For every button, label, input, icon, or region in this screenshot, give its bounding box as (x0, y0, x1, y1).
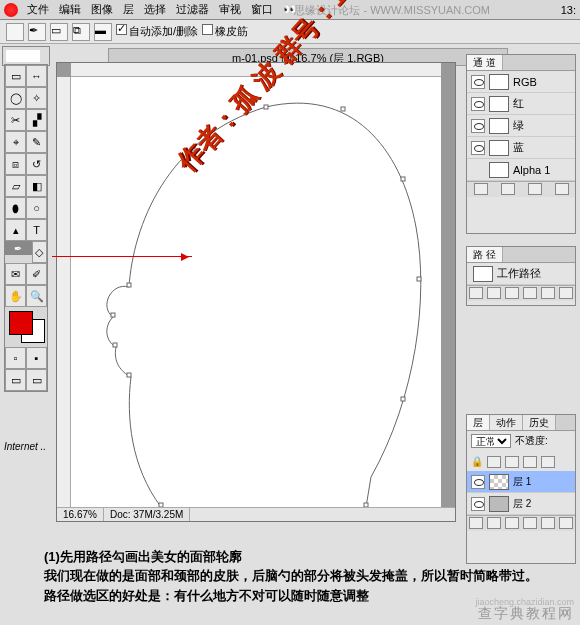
lock-pos-icon[interactable] (523, 456, 537, 468)
new-layer-icon[interactable] (541, 517, 555, 529)
svg-rect-6 (264, 105, 268, 109)
options-bar: ✒ ▭ ⧉ ▬ 自动添加/删除 橡皮筋 (0, 20, 580, 44)
path-select-tool[interactable]: ▴ (5, 219, 26, 241)
crop-tool[interactable]: ✂ (5, 109, 26, 131)
path-mode-fill-icon[interactable]: ▬ (94, 23, 112, 41)
eye-icon[interactable] (471, 119, 485, 133)
history-tab[interactable]: 历史 (523, 415, 556, 430)
rubberband-checkbox[interactable] (202, 24, 213, 35)
ruler-horizontal[interactable] (71, 63, 441, 77)
menu-edit[interactable]: 编辑 (54, 2, 86, 17)
slice-tool[interactable]: ▞ (26, 109, 47, 131)
eye-icon[interactable] (471, 497, 485, 511)
stroke-path-icon[interactable] (487, 287, 501, 299)
canvas[interactable] (71, 77, 441, 507)
pen-tool[interactable]: ✒ (5, 241, 32, 255)
airbrush-tool[interactable]: ⌖ (5, 131, 26, 153)
eye-icon[interactable] (471, 141, 485, 155)
screen-std-icon[interactable]: ▭ (5, 369, 26, 391)
trash-icon[interactable] (559, 517, 573, 529)
shape-tool[interactable]: ◇ (32, 241, 47, 263)
blur-tool[interactable]: ⬮ (5, 197, 26, 219)
actions-tab[interactable]: 动作 (490, 415, 523, 430)
eye-icon[interactable] (471, 75, 485, 89)
quickmask-off-icon[interactable]: ▫ (5, 347, 26, 369)
svg-rect-8 (401, 177, 405, 181)
path-row-work[interactable]: 工作路径 (467, 263, 575, 285)
sel-to-path-icon[interactable] (523, 287, 537, 299)
layer-row-1[interactable]: 层 1 (467, 471, 575, 493)
move-tool[interactable]: ↔ (26, 65, 47, 87)
layer-row-2[interactable]: 层 2 (467, 493, 575, 515)
layer-thumb (489, 496, 509, 512)
channel-row-rgb[interactable]: RGB (467, 71, 575, 93)
menu-filter[interactable]: 过滤器 (171, 2, 214, 17)
menu-select[interactable]: 选择 (139, 2, 171, 17)
lasso-tool[interactable]: ◯ (5, 87, 26, 109)
ruler-vertical[interactable] (57, 77, 71, 507)
quickmask-on-icon[interactable]: ▪ (26, 347, 47, 369)
new-path-icon[interactable] (541, 287, 555, 299)
channel-thumb (489, 118, 509, 134)
zoom-tool[interactable]: 🔍 (26, 285, 47, 307)
layers-tab[interactable]: 层 (467, 415, 490, 430)
navigator-thumb[interactable] (2, 46, 50, 66)
menu-layer[interactable]: 层 (118, 2, 139, 17)
notes-tool[interactable]: ✉ (5, 263, 26, 285)
new-channel-icon[interactable] (528, 183, 542, 195)
fill-path-icon[interactable] (469, 287, 483, 299)
paths-tab[interactable]: 路 径 (467, 247, 503, 262)
channel-row-blue[interactable]: 蓝 (467, 137, 575, 159)
lock-pixel-icon[interactable] (505, 456, 519, 468)
eyedropper-tool[interactable]: ✐ (26, 263, 47, 285)
hand-tool[interactable]: ✋ (5, 285, 26, 307)
menu-window[interactable]: 窗口 (246, 2, 278, 17)
screen-full-icon[interactable]: ▭ (26, 369, 47, 391)
dodge-tool[interactable]: ○ (26, 197, 47, 219)
menu-view[interactable]: 审视 (214, 2, 246, 17)
lock-trans-icon[interactable] (487, 456, 501, 468)
apple-icon[interactable] (4, 3, 18, 17)
layer-style-icon[interactable] (469, 517, 483, 529)
stamp-tool[interactable]: ⧇ (5, 153, 26, 175)
channel-row-green[interactable]: 绿 (467, 115, 575, 137)
eye-icon[interactable] (471, 97, 485, 111)
layer-set-icon[interactable] (505, 517, 519, 529)
option-grip[interactable] (6, 23, 24, 41)
eraser-tool[interactable]: ▱ (5, 175, 26, 197)
zoom-value[interactable]: 16.67% (57, 508, 104, 521)
head-outline-path[interactable] (71, 77, 441, 507)
history-brush-tool[interactable]: ↺ (26, 153, 47, 175)
auto-add-checkbox[interactable] (116, 24, 127, 35)
gradient-tool[interactable]: ◧ (26, 175, 47, 197)
type-tool[interactable]: T (26, 219, 47, 241)
channel-label: RGB (513, 76, 537, 88)
marquee-tool[interactable]: ▭ (5, 65, 26, 87)
channels-tab[interactable]: 通 道 (467, 55, 503, 70)
svg-rect-3 (111, 313, 115, 317)
eye-icon[interactable] (471, 475, 485, 489)
channel-row-alpha[interactable]: Alpha 1 (467, 159, 575, 181)
brush-tool[interactable]: ✎ (26, 131, 47, 153)
blend-mode-select[interactable]: 正常 (471, 434, 511, 448)
path-mode-shape-icon[interactable]: ▭ (50, 23, 68, 41)
tool-preset-icon[interactable]: ✒ (28, 23, 46, 41)
path-to-sel-icon[interactable] (505, 287, 519, 299)
trash-icon[interactable] (555, 183, 569, 195)
fg-color-swatch[interactable] (9, 311, 33, 335)
lock-all-icon[interactable] (541, 456, 555, 468)
wand-tool[interactable]: ✧ (26, 87, 47, 109)
menu-image[interactable]: 图像 (86, 2, 118, 17)
svg-rect-10 (401, 397, 405, 401)
menu-file[interactable]: 文件 (22, 2, 54, 17)
path-mode-path-icon[interactable]: ⧉ (72, 23, 90, 41)
color-swatches[interactable] (7, 309, 47, 345)
load-selection-icon[interactable] (474, 183, 488, 195)
layer-mask-icon[interactable] (487, 517, 501, 529)
trash-icon[interactable] (559, 287, 573, 299)
channel-thumb (489, 140, 509, 156)
channel-row-red[interactable]: 红 (467, 93, 575, 115)
adjust-layer-icon[interactable] (523, 517, 537, 529)
layers-panel: 层 动作 历史 正常 不透度: 🔒 层 1 层 2 (466, 414, 576, 564)
save-selection-icon[interactable] (501, 183, 515, 195)
